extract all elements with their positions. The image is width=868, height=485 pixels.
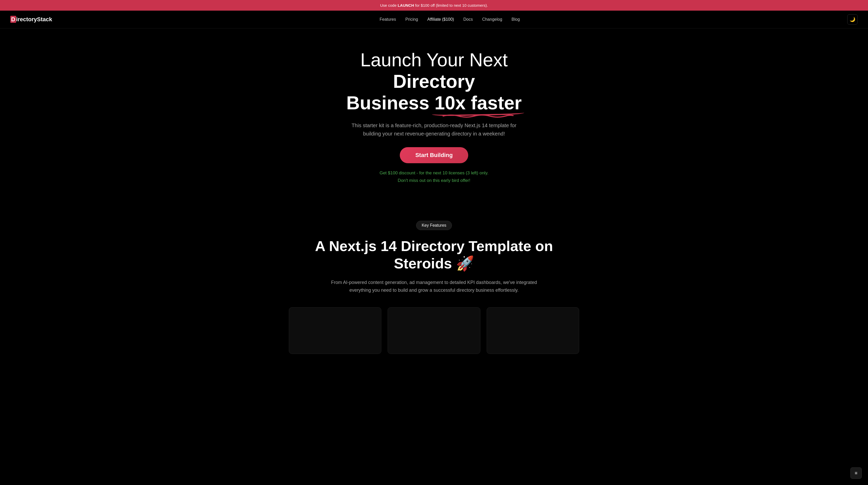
hero-title: Launch Your Next Directory Business 10x … (317, 49, 551, 114)
discount-line1: Get $100 discount - for the next 10 lice… (379, 169, 489, 177)
underline-squiggle (432, 113, 524, 118)
feature-card-3 (487, 307, 579, 354)
nav-link-pricing[interactable]: Pricing (405, 17, 418, 22)
features-subtitle: From AI-powered content generation, ad m… (330, 279, 538, 294)
feature-card-1 (289, 307, 381, 354)
navbar: DirectoryStack Features Pricing Affiliat… (0, 11, 868, 29)
announcement-code: LAUNCH (398, 3, 414, 7)
discount-text: Get $100 discount - for the next 10 lice… (379, 169, 489, 185)
nav-item-affiliate[interactable]: Affiliate ($100) (427, 17, 454, 22)
nav-item-blog[interactable]: Blog (512, 17, 520, 22)
logo-text: DirectoryStack (10, 16, 52, 23)
hero-title-part1: Launch Your Next (360, 50, 508, 70)
features-title: A Next.js 14 Directory Template on Stero… (289, 237, 579, 272)
nav-link-changelog[interactable]: Changelog (482, 17, 502, 22)
nav-item-changelog[interactable]: Changelog (482, 17, 502, 22)
logo-highlight: D (10, 16, 16, 23)
nav-link-affiliate[interactable]: Affiliate ($100) (427, 17, 454, 22)
hero-title-bold: Directory (393, 71, 475, 92)
logo-stack: Stack (37, 16, 52, 23)
features-badge: Key Features (416, 221, 452, 230)
feature-card-2 (388, 307, 480, 354)
nav-right: 🌙 (847, 14, 858, 25)
scroll-menu-button[interactable]: ≡ (850, 467, 862, 479)
announcement-prefix: Use code (380, 3, 398, 7)
nav-link-features[interactable]: Features (379, 17, 396, 22)
nav-item-docs[interactable]: Docs (463, 17, 473, 22)
logo: DirectoryStack (10, 16, 52, 23)
announcement-suffix: for $100 off (limited to next 10 custome… (414, 3, 488, 7)
hero-subtitle: This starter kit is a feature-rich, prod… (343, 121, 525, 138)
nav-links: Features Pricing Affiliate ($100) Docs C… (379, 17, 520, 22)
features-section: Key Features A Next.js 14 Directory Temp… (278, 200, 590, 364)
hero-section: Launch Your Next Directory Business 10x … (278, 29, 590, 200)
nav-link-blog[interactable]: Blog (512, 17, 520, 22)
theme-toggle-button[interactable]: 🌙 (847, 14, 858, 25)
moon-icon: 🌙 (849, 17, 855, 22)
menu-icon: ≡ (855, 471, 858, 476)
announcement-banner: Use code LAUNCH for $100 off (limited to… (0, 0, 868, 11)
nav-item-features[interactable]: Features (379, 17, 396, 22)
discount-line2: Don't miss out on this early bird offer! (379, 177, 489, 185)
feature-cards-grid (289, 307, 579, 354)
nav-item-pricing[interactable]: Pricing (405, 17, 418, 22)
start-building-button[interactable]: Start Building (400, 147, 468, 163)
nav-link-docs[interactable]: Docs (463, 17, 473, 22)
hero-title-part2: Business (346, 93, 435, 113)
hero-title-underline: 10x faster (435, 92, 522, 114)
